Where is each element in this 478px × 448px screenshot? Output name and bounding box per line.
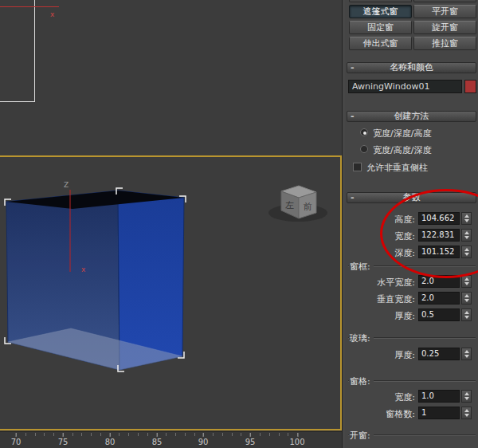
radio-width-depth-height[interactable]	[360, 128, 368, 136]
rails-section: 窗格:	[348, 376, 476, 386]
command-panel: 遮篷式窗 平开窗 固定窗 旋开窗 伸出式窗 推拉窗 - 名称和颜色 Awning…	[345, 0, 478, 448]
rollout-parameters[interactable]: - 参数	[347, 192, 476, 203]
rails-width-label: 宽度:	[345, 391, 415, 403]
depth-spinner[interactable]	[461, 246, 472, 258]
rollout-title: 创建方法	[394, 111, 429, 121]
frame-thickness-input[interactable]: 0.5	[418, 308, 460, 321]
rollout-title: 名称和颜色	[390, 62, 433, 73]
cut-button[interactable]	[413, 0, 476, 2]
allow-non-vertical-jambs-checkbox[interactable]	[353, 163, 362, 171]
awning-window-object[interactable]	[6, 191, 184, 370]
max-window: x Z x	[0, 0, 478, 448]
width-label: 宽度:	[345, 230, 415, 242]
frame-horiz-width-label: 水平宽度:	[345, 277, 415, 289]
width-input[interactable]: 122.831	[418, 229, 460, 242]
fixed-window-button[interactable]: 固定窗	[349, 21, 412, 34]
section-label: 开窗:	[349, 430, 374, 442]
axis-x-label: x	[81, 265, 86, 273]
rails-count-label: 窗格数:	[345, 408, 415, 420]
frame-thickness-label: 厚度:	[345, 310, 415, 322]
object-color-swatch[interactable]	[464, 80, 476, 93]
radio-label: 宽度/深度/高度	[373, 128, 431, 140]
pivoted-window-button[interactable]: 旋开窗	[413, 21, 476, 34]
viewcube[interactable]: 左 前	[268, 186, 327, 222]
ruler-tick: 75	[58, 438, 69, 446]
collapse-icon: -	[351, 63, 355, 73]
collapse-icon: -	[351, 112, 355, 121]
glazing-thickness-input[interactable]: 0.25	[418, 348, 460, 360]
frame-horiz-width-input[interactable]: 2.0	[418, 275, 460, 288]
cut-button[interactable]	[349, 0, 412, 2]
glazing-thickness-label: 厚度:	[345, 349, 415, 361]
height-input[interactable]: 104.662	[418, 212, 460, 225]
ruler-tick: 95	[245, 438, 256, 446]
frame-vert-width-spinner[interactable]	[461, 292, 472, 305]
checkbox-label: 允许非垂直侧柱	[366, 162, 428, 174]
rails-count-spinner[interactable]	[461, 407, 472, 419]
object-name-input[interactable]: AwningWindow01	[348, 80, 462, 93]
radio-label: 宽度/高度/深度	[373, 144, 431, 156]
section-label: 窗框:	[349, 261, 374, 273]
ruler-tick: 90	[198, 438, 209, 446]
track-bar-ruler[interactable]: 70 75 80 85 90 95 100	[0, 431, 342, 448]
collapse-icon: -	[351, 193, 355, 202]
radio-width-height-depth[interactable]	[360, 145, 368, 153]
rollout-name-color[interactable]: - 名称和颜色	[347, 62, 476, 73]
rails-width-input[interactable]: 1.0	[418, 390, 460, 403]
viewcube-front-face-label: 前	[303, 202, 312, 212]
ruler-tick: 80	[105, 438, 116, 446]
axis-z-label: Z	[64, 181, 69, 189]
frame-vert-width-label: 垂直宽度:	[345, 293, 415, 305]
rollout-creation-method[interactable]: - 创建方法	[347, 111, 476, 122]
height-spinner[interactable]	[461, 212, 472, 225]
awning-window-button[interactable]: 遮篷式窗	[349, 5, 412, 18]
open-window-section: 开窗:	[348, 430, 476, 440]
frame-horiz-width-spinner[interactable]	[461, 275, 472, 288]
ruler-tick: 85	[152, 438, 163, 446]
frame-thickness-spinner[interactable]	[461, 308, 472, 321]
sliding-window-button[interactable]: 推拉窗	[413, 37, 476, 50]
frame-vert-width-input[interactable]: 2.0	[418, 292, 460, 305]
rollout-title: 参数	[403, 192, 421, 202]
depth-input[interactable]: 101.152	[418, 246, 460, 258]
section-label: 窗格:	[349, 375, 374, 387]
casement-window-button[interactable]: 平开窗	[413, 5, 476, 18]
glazing-thickness-spinner[interactable]	[461, 348, 472, 360]
rails-count-input[interactable]: 1	[418, 407, 460, 419]
ruler-tick: 70	[11, 438, 22, 446]
ruler-tick: 100	[289, 438, 304, 446]
frame-section: 窗框:	[348, 261, 476, 271]
section-label: 玻璃:	[349, 332, 374, 344]
rails-width-spinner[interactable]	[461, 390, 472, 403]
width-spinner[interactable]	[461, 229, 472, 242]
depth-label: 深度:	[345, 247, 415, 259]
viewcube-left-face-label: 左	[285, 200, 294, 210]
glazing-section: 玻璃:	[348, 333, 476, 343]
projected-window-button[interactable]: 伸出式窗	[349, 37, 412, 50]
height-label: 高度:	[345, 214, 415, 226]
